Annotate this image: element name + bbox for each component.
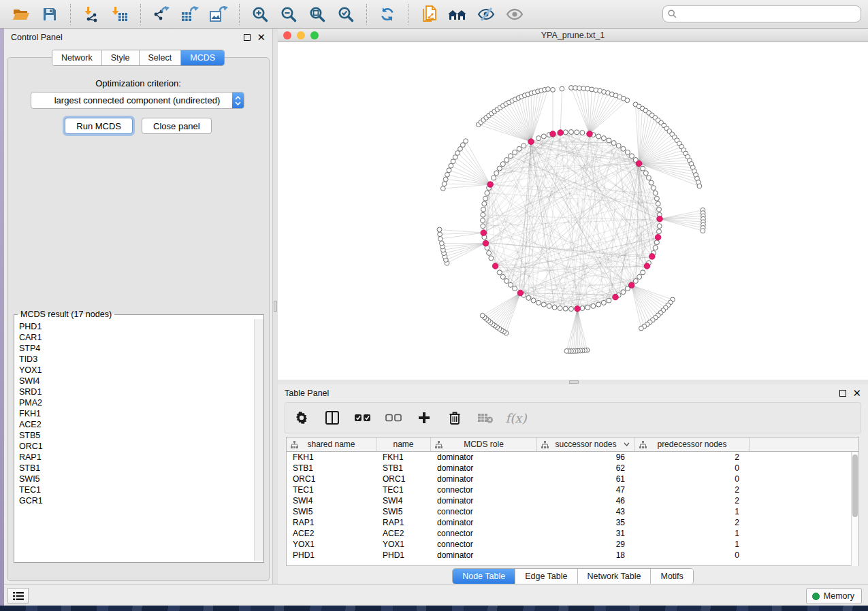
network-node[interactable]	[585, 305, 590, 310]
network-node[interactable]	[625, 98, 630, 103]
network-node[interactable]	[551, 88, 556, 93]
network-node[interactable]	[560, 86, 564, 91]
splitter-grip[interactable]	[569, 380, 579, 384]
eye-icon[interactable]	[504, 4, 525, 24]
mcds-result-item[interactable]: TEC1	[19, 484, 254, 495]
network-node[interactable]	[654, 196, 659, 201]
task-history-button[interactable]	[7, 588, 29, 604]
save-session-icon[interactable]	[39, 4, 60, 24]
network-hub-node[interactable]	[492, 263, 498, 269]
network-node[interactable]	[649, 180, 654, 185]
network-node[interactable]	[517, 146, 521, 151]
network-node[interactable]	[611, 141, 616, 146]
network-node[interactable]	[657, 207, 662, 212]
network-node[interactable]	[440, 186, 445, 191]
mcds-list-scrollbar[interactable]	[254, 319, 263, 561]
network-node[interactable]	[569, 307, 574, 312]
table-row[interactable]: ORC1ORC1dominator610	[287, 474, 858, 484]
network-hub-node[interactable]	[481, 230, 487, 236]
network-node[interactable]	[657, 224, 662, 229]
network-node[interactable]	[482, 201, 487, 206]
network-node[interactable]	[596, 134, 601, 139]
network-node[interactable]	[438, 237, 443, 242]
network-node[interactable]	[575, 130, 579, 135]
network-node[interactable]	[616, 144, 621, 148]
network-node[interactable]	[563, 130, 568, 135]
network-node[interactable]	[569, 130, 574, 135]
network-node[interactable]	[513, 286, 517, 291]
network-node[interactable]	[697, 184, 702, 188]
table-row[interactable]: STB1STB1dominator620	[287, 463, 858, 474]
float-panel-icon[interactable]	[839, 390, 846, 397]
search-field[interactable]	[662, 5, 861, 22]
network-hub-node[interactable]	[657, 216, 663, 222]
mcds-result-item[interactable]: YOX1	[19, 365, 254, 376]
network-node[interactable]	[654, 240, 659, 245]
network-node[interactable]	[451, 159, 455, 164]
mcds-result-item[interactable]: FKH1	[19, 408, 254, 419]
network-node[interactable]	[639, 326, 644, 331]
tab-select[interactable]: Select	[140, 50, 182, 65]
network-node[interactable]	[637, 274, 642, 279]
network-node[interactable]	[643, 171, 648, 176]
float-panel-icon[interactable]	[244, 34, 251, 41]
tab-network-table[interactable]: Network Table	[578, 569, 652, 584]
network-node[interactable]	[494, 171, 499, 176]
zoom-out-icon[interactable]	[278, 4, 299, 24]
network-node[interactable]	[443, 177, 448, 182]
network-node[interactable]	[481, 224, 485, 229]
network-node[interactable]	[440, 241, 445, 246]
network-hub-node[interactable]	[528, 139, 534, 145]
network-node[interactable]	[509, 282, 513, 287]
network-node[interactable]	[657, 229, 662, 234]
network-node[interactable]	[580, 131, 585, 135]
network-node[interactable]	[447, 168, 451, 173]
criterion-dropdown[interactable]: largest connected component (undirected)	[31, 92, 244, 109]
network-hub-node[interactable]	[575, 306, 581, 312]
column-header-shared-name[interactable]: shared name	[287, 437, 376, 451]
network-hub-node[interactable]	[636, 161, 642, 167]
zoom-selected-icon[interactable]	[336, 4, 356, 24]
select-all-rows-icon[interactable]	[355, 410, 371, 426]
network-node[interactable]	[442, 182, 447, 186]
splitter-grip[interactable]	[274, 301, 277, 312]
network-node[interactable]	[536, 136, 541, 141]
network-node[interactable]	[641, 270, 645, 275]
network-hub-node[interactable]	[613, 294, 619, 300]
refresh-layout-icon[interactable]	[377, 4, 398, 24]
network-node[interactable]	[485, 191, 489, 195]
network-node[interactable]	[656, 201, 660, 206]
network-node[interactable]	[438, 232, 443, 237]
export-table-icon[interactable]	[180, 4, 200, 24]
mcds-result-item[interactable]: STB1	[19, 463, 254, 474]
mcds-result-item[interactable]: PMA2	[19, 397, 254, 408]
network-node[interactable]	[481, 212, 485, 217]
mcds-result-item[interactable]: GCR1	[19, 495, 254, 506]
network-node[interactable]	[531, 298, 536, 303]
network-node[interactable]	[513, 150, 517, 154]
network-node[interactable]	[547, 303, 551, 308]
network-node[interactable]	[483, 196, 488, 201]
mcds-result-item[interactable]: TID3	[19, 354, 254, 365]
table-row[interactable]: PHD1PHD1dominator180	[287, 550, 858, 561]
mcds-result-item[interactable]: CAR1	[19, 332, 254, 343]
network-node[interactable]	[621, 290, 626, 295]
network-node[interactable]	[633, 279, 638, 284]
network-hub-node[interactable]	[655, 235, 661, 241]
network-hub-node[interactable]	[587, 131, 593, 137]
search-input[interactable]	[680, 10, 856, 19]
mcds-result-item[interactable]: SWI5	[19, 474, 254, 484]
column-header-mcds-role[interactable]: MCDS role	[431, 437, 537, 451]
network-node[interactable]	[509, 154, 513, 159]
network-node[interactable]	[464, 139, 468, 144]
network-node[interactable]	[541, 302, 546, 307]
tab-mcds[interactable]: MCDS	[181, 50, 224, 65]
close-panel-icon[interactable]: ✕	[852, 390, 861, 397]
network-hub-node[interactable]	[487, 182, 494, 188]
network-node[interactable]	[596, 302, 601, 307]
export-network-icon[interactable]	[151, 4, 172, 24]
duplicate-network-icon[interactable]	[419, 4, 439, 24]
network-node[interactable]	[653, 191, 658, 195]
table-scrollbar-thumb[interactable]	[852, 455, 858, 517]
network-node[interactable]	[552, 305, 557, 310]
